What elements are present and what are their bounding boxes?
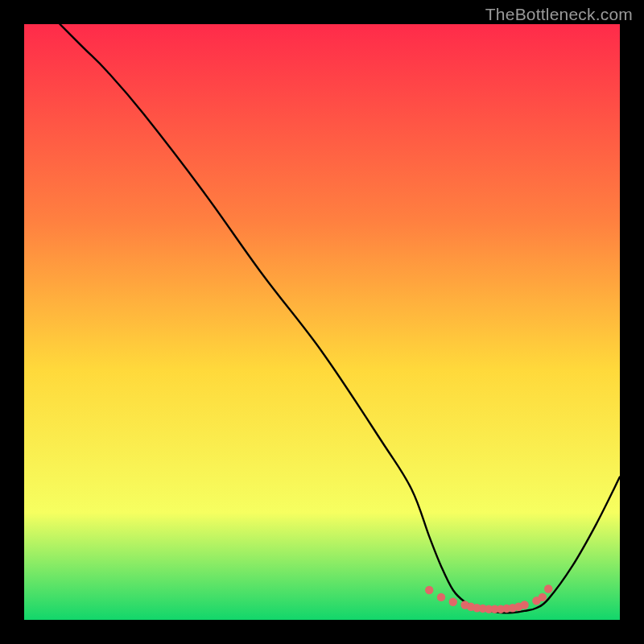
watermark-label: TheBottleneck.com [485, 5, 633, 24]
bottleneck-curve [60, 24, 620, 613]
highlight-dot [520, 601, 528, 609]
chart-frame: TheBottleneck.com [0, 0, 644, 644]
plot-area [24, 24, 620, 620]
highlight-dot [425, 586, 433, 594]
highlight-dot [449, 598, 457, 606]
highlight-dot [437, 593, 445, 601]
highlight-dot [544, 584, 552, 592]
highlight-dot [539, 593, 547, 601]
chart-svg [24, 24, 620, 620]
